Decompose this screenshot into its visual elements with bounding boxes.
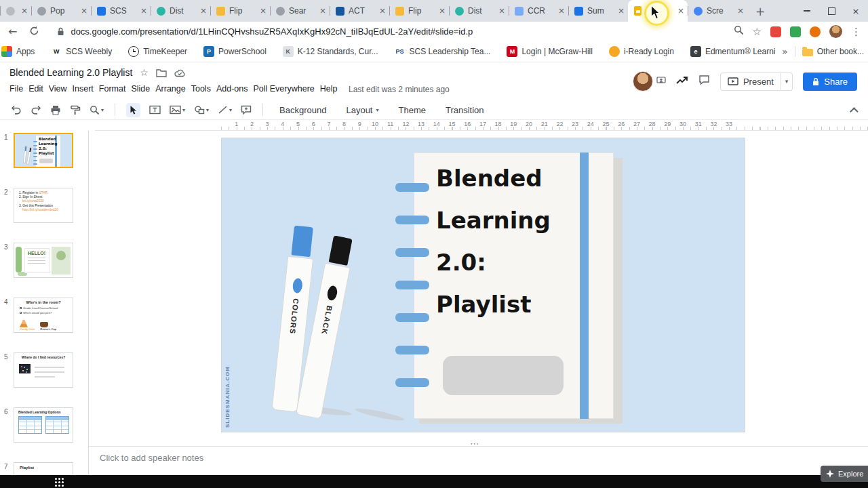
- bookmark-item[interactable]: M Login | McGraw-Hill: [507, 46, 592, 57]
- present-dropdown[interactable]: ▾: [781, 73, 793, 91]
- browser-tab[interactable]: SCS ×: [91, 0, 151, 22]
- slide-thumbnail[interactable]: Who's in the room? Grade Level/Course/Sc…: [14, 298, 73, 333]
- slide-thumbnail[interactable]: Blended Learning Options: [14, 407, 73, 443]
- cloud-saved-icon[interactable]: [174, 68, 186, 77]
- profile-avatar[interactable]: [829, 25, 842, 38]
- theme-button[interactable]: Theme: [393, 102, 431, 118]
- slide-thumbnail[interactable]: Where do I find resources?: [14, 352, 73, 388]
- menu-item[interactable]: Format: [96, 82, 129, 96]
- explore-button[interactable]: Explore: [821, 466, 868, 482]
- tab-close-icon[interactable]: ×: [737, 6, 744, 16]
- browser-tab[interactable]: Scre ×: [688, 0, 747, 22]
- move-folder-icon[interactable]: [156, 68, 167, 77]
- browser-tab[interactable]: Dist ×: [449, 0, 509, 22]
- browser-tab[interactable]: ACT ×: [330, 0, 389, 22]
- browser-tab[interactable]: Pop ×: [31, 0, 91, 22]
- maximize-button[interactable]: [819, 0, 844, 22]
- bookmarks-overflow-icon[interactable]: »: [782, 46, 788, 57]
- gray-placeholder-shape[interactable]: [443, 356, 564, 395]
- window-close-button[interactable]: ×: [844, 0, 868, 22]
- bookmark-item[interactable]: e Edmentum® Learni...: [690, 46, 783, 57]
- bookmark-item[interactable]: PS SCS Leadership Tea...: [395, 46, 491, 57]
- redo-icon[interactable]: [31, 105, 41, 115]
- bookmark-item[interactable]: P PowerSchool: [203, 46, 267, 57]
- tab-close-icon[interactable]: ×: [498, 6, 505, 16]
- bookmark-item[interactable]: i-Ready Login: [609, 46, 674, 57]
- text-box-icon[interactable]: [149, 105, 161, 115]
- present-button[interactable]: Present: [720, 73, 781, 91]
- tab-close-icon[interactable]: ×: [200, 6, 207, 16]
- layout-button[interactable]: Layout ▾: [340, 102, 384, 118]
- trending-icon[interactable]: [676, 75, 688, 87]
- extension-icon-green[interactable]: [790, 26, 801, 37]
- bookmark-star-icon[interactable]: ☆: [753, 26, 762, 38]
- print-icon[interactable]: [50, 105, 61, 115]
- slide-title-textbox[interactable]: Blended Learning 2.0: Playlist: [436, 157, 606, 325]
- menu-item[interactable]: Slide: [128, 82, 153, 96]
- bookmark-item[interactable]: TimeKeeper: [128, 46, 187, 57]
- bookmark-item[interactable]: K K-12 Standards, Cur...: [283, 46, 378, 57]
- notes-resize-handle[interactable]: ⋯: [470, 439, 479, 449]
- tab-close-icon[interactable]: ×: [140, 6, 147, 16]
- other-bookmarks[interactable]: Other book...: [802, 47, 864, 56]
- collapse-toolbar-icon[interactable]: [850, 107, 859, 116]
- zoom-caret-icon[interactable]: ▾: [101, 107, 104, 113]
- bookmark-item[interactable]: W SCS Weebly: [51, 46, 112, 57]
- new-tab-button[interactable]: +: [751, 3, 769, 20]
- browser-tab[interactable]: Flip ×: [210, 0, 270, 22]
- background-button[interactable]: Background: [274, 102, 332, 118]
- back-icon[interactable]: ←: [8, 26, 17, 37]
- browser-tab[interactable]: Dist ×: [151, 0, 210, 22]
- paint-format-icon[interactable]: [70, 105, 81, 115]
- url-text[interactable]: docs.google.com/presentation/d/1LHinCQHv…: [71, 26, 728, 37]
- shape-caret-icon[interactable]: ▾: [206, 107, 209, 113]
- insert-shape-icon[interactable]: ▾: [194, 105, 209, 115]
- bookmark-item[interactable]: Apps: [1, 46, 35, 57]
- browser-tab[interactable]: Sum ×: [568, 0, 628, 22]
- browser-tab[interactable]: Flip ×: [389, 0, 449, 22]
- image-caret-icon[interactable]: ▾: [182, 107, 185, 113]
- comment-history-icon[interactable]: [698, 75, 710, 88]
- menu-item[interactable]: View: [46, 82, 70, 96]
- insert-image-icon[interactable]: ▾: [170, 105, 185, 115]
- line-caret-icon[interactable]: ▾: [229, 107, 232, 113]
- extension-icon-orange[interactable]: [810, 26, 821, 37]
- tab-close-icon[interactable]: ×: [21, 6, 28, 16]
- slide-thumbnail[interactable]: Playlist: [14, 462, 73, 475]
- tab-close-icon[interactable]: ×: [618, 6, 625, 16]
- browser-tab[interactable]: CCR ×: [509, 0, 568, 22]
- user-avatar[interactable]: [633, 71, 653, 92]
- doc-title[interactable]: Blended Learning 2.0 Playlist: [9, 67, 132, 78]
- tab-close-icon[interactable]: ×: [439, 6, 446, 16]
- menu-item[interactable]: Edit: [26, 82, 46, 96]
- reload-icon[interactable]: [29, 26, 39, 38]
- last-edit-status[interactable]: Last edit was 2 minutes ago: [349, 85, 450, 94]
- menu-item[interactable]: Tools: [189, 82, 214, 96]
- tab-close-icon[interactable]: ×: [379, 6, 386, 16]
- minimize-button[interactable]: [795, 0, 819, 22]
- extension-icon-red[interactable]: [770, 26, 781, 37]
- app-grid-icon[interactable]: [55, 478, 57, 480]
- star-doc-icon[interactable]: ☆: [140, 67, 149, 78]
- insert-line-icon[interactable]: ▾: [218, 105, 232, 115]
- speaker-notes-placeholder[interactable]: Click to add speaker notes: [100, 453, 203, 463]
- browser-menu-icon[interactable]: ⋮: [851, 26, 861, 38]
- tab-close-icon[interactable]: ×: [81, 6, 87, 16]
- menu-item[interactable]: Insert: [70, 82, 96, 96]
- browser-tab[interactable]: Sear ×: [270, 0, 330, 22]
- menu-item[interactable]: Help: [317, 82, 340, 96]
- slide-thumbnail[interactable]: HELLO!: [14, 243, 73, 278]
- undo-icon[interactable]: [11, 105, 22, 115]
- menu-item[interactable]: Arrange: [153, 82, 188, 96]
- tab-close-icon[interactable]: ×: [319, 6, 326, 16]
- menu-item[interactable]: Poll Everywhere: [250, 82, 317, 96]
- slide-thumbnail[interactable]: Blended Learning 2.0: Playlist: [14, 133, 73, 168]
- slide-thumbnail[interactable]: 1. Register in STAR 2. Sign In Sheet: bi…: [14, 188, 73, 223]
- insert-comment-icon[interactable]: [241, 105, 252, 115]
- tab-close-icon[interactable]: ×: [677, 6, 684, 16]
- tab-close-icon[interactable]: ×: [260, 6, 267, 16]
- select-tool-icon[interactable]: [126, 103, 140, 117]
- lock-icon[interactable]: [57, 27, 64, 36]
- menu-item[interactable]: File: [7, 82, 26, 96]
- menu-item[interactable]: Add-ons: [214, 82, 251, 96]
